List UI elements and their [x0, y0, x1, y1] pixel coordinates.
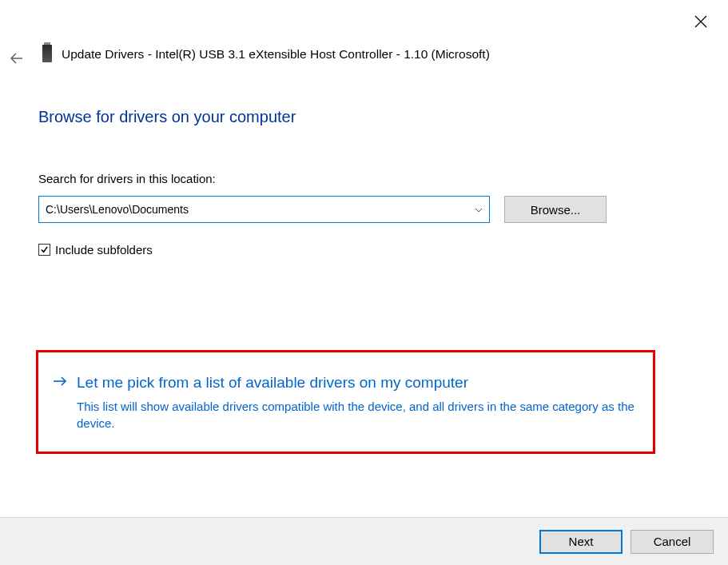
driver-path-combobox[interactable]: C:\Users\Lenovo\Documents: [38, 196, 490, 223]
dialog-footer: Next Cancel: [0, 517, 728, 565]
checkbox-icon: [38, 244, 50, 256]
close-icon: [694, 15, 707, 30]
next-button[interactable]: Next: [539, 530, 623, 554]
include-subfolders-label: Include subfolders: [55, 243, 153, 257]
page-title: Update Drivers - Intel(R) USB 3.1 eXtens…: [62, 47, 490, 62]
close-button[interactable]: [691, 13, 710, 32]
cancel-button[interactable]: Cancel: [631, 530, 714, 554]
pick-from-list-option[interactable]: Let me pick from a list of available dri…: [36, 350, 655, 454]
back-button[interactable]: [8, 50, 26, 68]
search-location-label: Search for drivers in this location:: [38, 172, 216, 185]
pick-option-description: This list will show available drivers co…: [77, 398, 638, 433]
include-subfolders-checkbox[interactable]: Include subfolders: [38, 243, 153, 257]
chevron-down-icon: [475, 205, 483, 214]
cancel-button-label: Cancel: [654, 535, 691, 548]
next-button-label: Next: [569, 535, 594, 548]
driver-path-value: C:\Users\Lenovo\Documents: [46, 203, 189, 216]
arrow-left-icon: [10, 51, 24, 68]
browse-button[interactable]: Browse...: [504, 196, 607, 223]
page-heading: Browse for drivers on your computer: [38, 108, 296, 126]
pick-option-title: Let me pick from a list of available dri…: [77, 373, 468, 393]
arrow-right-icon: [53, 376, 67, 389]
device-icon: [42, 45, 52, 62]
browse-button-label: Browse...: [531, 203, 581, 217]
